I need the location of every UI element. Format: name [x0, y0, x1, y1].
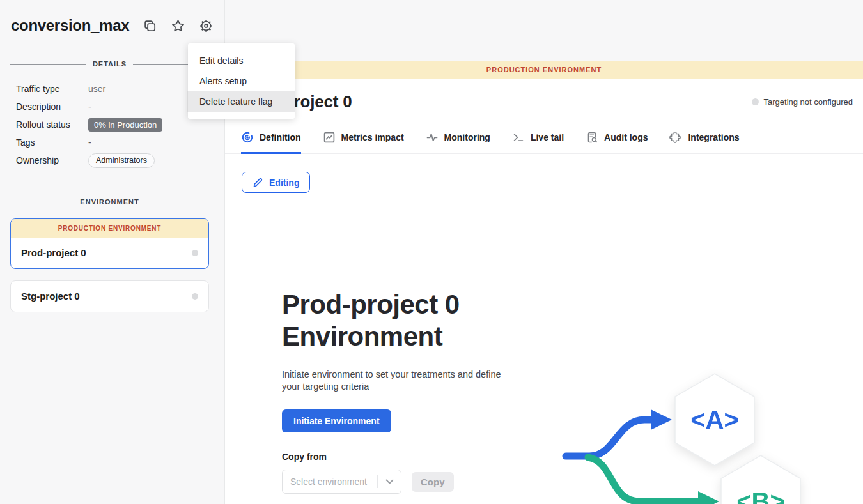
rollout-status-badge: 0% in Production — [88, 118, 162, 132]
auditlogs-document-search-icon — [586, 131, 598, 144]
environment-status-dot — [192, 250, 198, 256]
duplicate-icon[interactable] — [142, 18, 157, 33]
monitoring-pulse-icon — [426, 131, 439, 144]
tab-integrations[interactable]: Integrations — [669, 131, 739, 154]
details-section-title: DETAILS — [93, 60, 127, 68]
environment-select[interactable]: Select environment — [282, 470, 401, 494]
hexagon-a: <A> — [675, 374, 754, 466]
detail-value: user — [88, 84, 105, 94]
detail-value: - — [88, 137, 91, 148]
environment-status-dot — [192, 293, 198, 300]
environment-card-staging[interactable]: Stg-project 0 — [10, 280, 209, 312]
metrics-chart-icon — [323, 131, 336, 144]
editing-button-label: Editing — [269, 178, 299, 188]
copy-from-label: Copy from — [282, 452, 550, 462]
environment-heading-line1: Prod-project 0 — [282, 289, 550, 321]
details-section-header: DETAILS — [10, 60, 209, 68]
divider-line — [10, 202, 74, 202]
integrations-puzzle-icon — [669, 131, 682, 144]
targeting-status: Targeting not configured — [752, 97, 853, 107]
ownership-pill[interactable]: Administrators — [88, 153, 155, 168]
detail-label: Description — [16, 102, 88, 112]
detail-label: Tags — [16, 137, 88, 148]
environment-name: Stg-project 0 — [21, 291, 80, 302]
production-environment-label: PRODUCTION ENVIRONMENT — [11, 219, 208, 238]
livetail-terminal-icon — [512, 131, 525, 144]
environment-name: Prod-project 0 — [21, 247, 86, 258]
tab-label: Audit logs — [604, 132, 648, 142]
editing-button[interactable]: Editing — [242, 172, 310, 193]
detail-label: Ownership — [16, 155, 88, 165]
targeting-status-text: Targeting not configured — [764, 97, 853, 107]
detail-label: Traffic type — [16, 84, 88, 94]
main-content: Prod-project 0 Targeting not configured — [225, 79, 863, 504]
divider-line — [146, 202, 209, 202]
star-icon[interactable] — [170, 18, 185, 33]
environment-card-body: Stg-project 0 — [11, 281, 208, 312]
flag-settings-menu: Edit details Alerts setup Delete feature… — [188, 43, 295, 119]
detail-row-description: Description - — [16, 98, 209, 115]
environment-card-body: Prod-project 0 — [11, 238, 208, 268]
pencil-icon — [253, 177, 263, 188]
detail-label: Rollout status — [16, 119, 88, 130]
environment-heading-line2: Environment — [282, 321, 550, 353]
tab-label: Definition — [260, 132, 301, 142]
details-rows: Traffic type user Description - Rollout … — [16, 80, 209, 169]
main-panel: PRODUCTION ENVIRONMENT Prod-project 0 Ta… — [225, 0, 863, 504]
gear-icon[interactable] — [198, 18, 214, 33]
tab-label: Integrations — [688, 132, 739, 142]
production-environment-banner: PRODUCTION ENVIRONMENT — [225, 61, 863, 79]
detail-row-ownership: Ownership Administrators — [16, 152, 209, 169]
initiate-environment-button[interactable]: Initiate Environment — [282, 409, 391, 432]
menu-item-alerts-setup[interactable]: Alerts setup — [188, 71, 295, 91]
environment-section-title: ENVIRONMENT — [80, 198, 139, 206]
flag-name: conversion_max — [11, 17, 129, 34]
feature-flag-page: conversion_max — [0, 0, 863, 504]
menu-item-delete-feature-flag[interactable]: Delete feature flag — [188, 91, 295, 112]
flag-header: conversion_max — [0, 0, 224, 34]
page-header: Prod-project 0 Targeting not configured — [225, 79, 863, 112]
tab-metrics-impact[interactable]: Metrics impact — [323, 131, 404, 154]
tab-audit-logs[interactable]: Audit logs — [586, 131, 648, 154]
environment-select-placeholder: Select environment — [283, 477, 377, 487]
targeting-status-dot — [752, 98, 759, 105]
environment-card-production[interactable]: PRODUCTION ENVIRONMENT Prod-project 0 — [10, 218, 209, 269]
tab-label: Monitoring — [444, 132, 490, 142]
environment-description: Initiate environment to set your treatme… — [282, 369, 518, 393]
tab-bar: Definition Metrics impact — [225, 131, 863, 154]
menu-item-edit-details[interactable]: Edit details — [188, 50, 295, 71]
detail-row-rollout-status: Rollout status 0% in Production — [16, 116, 209, 133]
hexagon-b: <B> — [721, 455, 800, 504]
detail-row-traffic-type: Traffic type user — [16, 80, 209, 97]
tab-live-tail[interactable]: Live tail — [512, 131, 564, 154]
environment-setup-section: Prod-project 0 Environment Initiate envi… — [282, 289, 550, 494]
ab-split-illustration: <A> <B> — [556, 363, 812, 504]
copy-button[interactable]: Copy — [412, 472, 454, 492]
chevron-down-icon — [378, 479, 401, 485]
tab-label: Metrics impact — [341, 132, 404, 142]
definition-target-icon — [241, 131, 254, 144]
copy-from-controls: Select environment Copy — [282, 470, 550, 494]
tab-label: Live tail — [531, 132, 564, 142]
tab-monitoring[interactable]: Monitoring — [426, 131, 490, 154]
tab-definition[interactable]: Definition — [241, 131, 301, 154]
environment-heading: Prod-project 0 Environment — [282, 289, 550, 352]
detail-value: - — [88, 102, 91, 112]
detail-row-tags: Tags - — [16, 134, 209, 151]
environment-section-header: ENVIRONMENT — [10, 198, 209, 206]
variant-a-label: <A> — [690, 406, 739, 434]
variant-b-label: <B> — [736, 487, 785, 504]
divider-line — [10, 64, 86, 65]
